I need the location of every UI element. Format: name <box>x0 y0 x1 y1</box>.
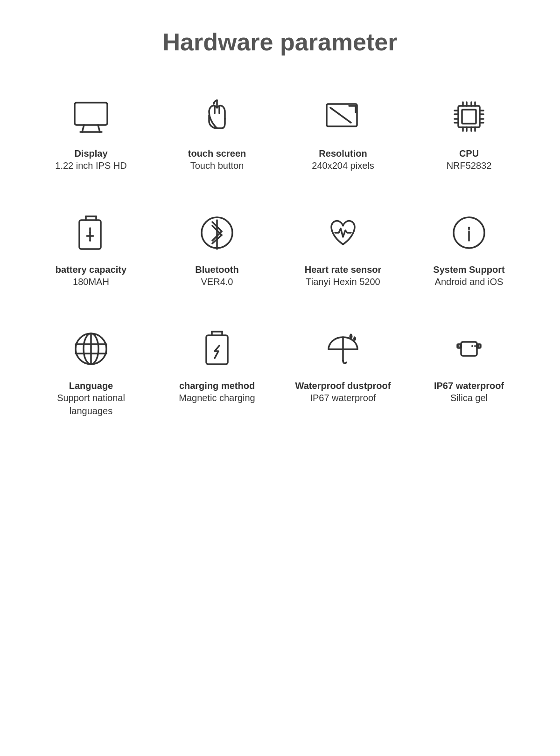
language-icon <box>65 326 117 372</box>
system-label1: System Support <box>433 264 504 275</box>
battery-label1: battery capacity <box>56 264 126 275</box>
heartrate-label2: Tianyi Hexin 5200 <box>306 275 380 288</box>
svg-line-5 <box>330 108 351 123</box>
svg-line-2 <box>98 125 100 132</box>
cpu-label2: NRF52832 <box>447 159 492 172</box>
waterproof-icon <box>317 326 369 372</box>
cell-display: Display 1.22 inch IPS HD <box>28 79 154 195</box>
touch-label1: touch screen <box>188 148 246 159</box>
waterproof-label1: Waterproof dustproof <box>295 381 391 391</box>
display-label1: Display <box>74 148 107 159</box>
bluetooth-icon <box>191 209 243 256</box>
cpu-label1: CPU <box>459 148 479 159</box>
resolution-label1: Resolution <box>319 148 367 159</box>
bluetooth-label1: Bluetooth <box>195 264 238 275</box>
language-label2: Support national languages <box>37 391 145 417</box>
svg-point-57 <box>458 345 460 347</box>
cell-heartrate: Heart rate sensor Tianyi Hexin 5200 <box>280 195 406 312</box>
cell-bluetooth: Bluetooth VER4.0 <box>154 195 280 312</box>
cell-system: System Support Android and iOS <box>406 195 532 312</box>
silicagel-label2: Silica gel <box>450 391 488 404</box>
charging-label2: Magnetic charging <box>179 391 255 404</box>
heartrate-icon <box>317 209 369 256</box>
svg-point-43 <box>468 227 470 229</box>
svg-rect-9 <box>462 110 476 124</box>
cell-charging: charging method Magnetic charging <box>154 312 280 441</box>
cell-cpu: CPU NRF52832 <box>406 79 532 195</box>
system-icon <box>443 209 495 256</box>
svg-line-1 <box>82 125 84 132</box>
cpu-icon <box>443 93 495 140</box>
hardware-grid: Display 1.22 inch IPS HD touch screen To… <box>0 79 560 441</box>
svg-rect-0 <box>75 103 107 125</box>
silicagel-label1: IP67 waterproof <box>434 381 504 391</box>
svg-rect-49 <box>206 335 228 364</box>
waterproof-label2: IP67 waterproof <box>310 391 376 404</box>
touch-icon <box>191 93 243 140</box>
resolution-label2: 240x204 pixels <box>312 159 374 172</box>
svg-point-59 <box>474 345 476 347</box>
language-label1: Language <box>69 381 113 391</box>
svg-point-58 <box>471 345 473 347</box>
heartrate-label1: Heart rate sensor <box>305 264 382 275</box>
battery-label2: 180MAH <box>73 275 109 288</box>
silicagel-icon <box>443 326 495 372</box>
resolution-icon <box>317 93 369 140</box>
cell-waterproof: Waterproof dustproof IP67 waterproof <box>280 312 406 441</box>
cell-touchscreen: touch screen Touch button <box>154 79 280 195</box>
svg-rect-54 <box>461 342 477 356</box>
bluetooth-label2: VER4.0 <box>201 275 233 288</box>
charging-label1: charging method <box>179 381 255 391</box>
svg-point-33 <box>89 240 91 242</box>
battery-icon <box>65 209 117 256</box>
touch-label2: Touch button <box>190 159 244 172</box>
cell-language: Language Support national languages <box>28 312 154 441</box>
system-label2: Android and iOS <box>435 275 504 288</box>
display-icon <box>65 93 117 140</box>
cell-silicagel: IP67 waterproof Silica gel <box>406 312 532 441</box>
svg-point-60 <box>477 345 479 347</box>
page-title: Hardware parameter <box>0 0 560 79</box>
cell-resolution: Resolution 240x204 pixels <box>280 79 406 195</box>
cell-battery: battery capacity 180MAH <box>28 195 154 312</box>
display-label2: 1.22 inch IPS HD <box>55 159 126 172</box>
charging-icon <box>191 326 243 372</box>
